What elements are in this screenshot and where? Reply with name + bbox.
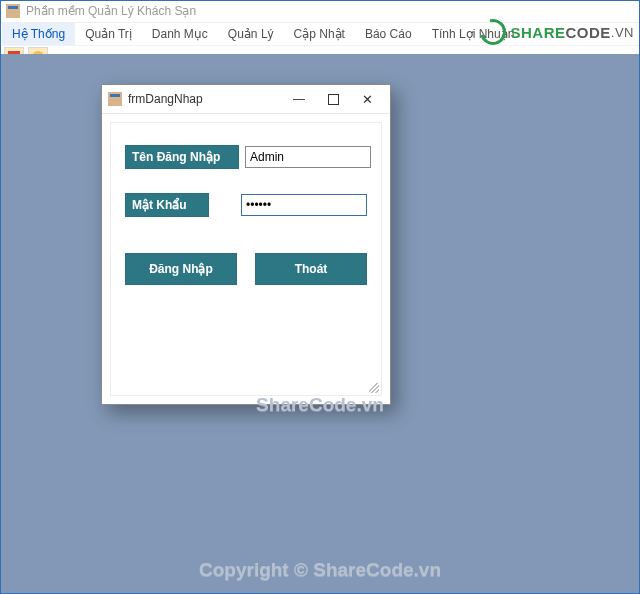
- logo-share: SHARE: [510, 24, 565, 41]
- form-icon: [108, 92, 122, 106]
- menu-quan-ly[interactable]: Quản Lý: [218, 23, 284, 45]
- maximize-icon: [328, 94, 339, 105]
- password-label: Mật Khẩu: [125, 193, 209, 217]
- sharecode-logo: SHARECODE.VN: [480, 20, 634, 44]
- logo-vn: .VN: [611, 25, 634, 40]
- login-dialog-title: frmDangNhap: [128, 92, 282, 106]
- minimize-button[interactable]: —: [282, 88, 316, 110]
- login-button[interactable]: Đăng Nhập: [125, 253, 237, 285]
- password-input[interactable]: [241, 194, 367, 216]
- close-icon: ✕: [362, 92, 373, 107]
- menu-he-thong[interactable]: Hệ Thống: [2, 23, 75, 45]
- minimize-icon: —: [293, 92, 305, 106]
- username-input[interactable]: [245, 146, 371, 168]
- menu-danh-muc[interactable]: Danh Mục: [142, 23, 218, 45]
- username-label: Tên Đăng Nhập: [125, 145, 239, 169]
- close-button[interactable]: ✕: [350, 88, 384, 110]
- watermark-center: ShareCode.vn: [1, 394, 639, 416]
- app-icon: [6, 4, 20, 18]
- login-dialog-titlebar[interactable]: frmDangNhap — ✕: [102, 85, 390, 114]
- resize-grip-icon[interactable]: [369, 383, 379, 393]
- mdi-client-area: frmDangNhap — ✕ Tên Đăng Nhập: [1, 54, 639, 593]
- login-dialog: frmDangNhap — ✕ Tên Đăng Nhập: [101, 84, 391, 405]
- maximize-button[interactable]: [316, 88, 350, 110]
- menu-bao-cao[interactable]: Báo Cáo: [355, 23, 422, 45]
- menu-cap-nhat[interactable]: Cập Nhật: [284, 23, 355, 45]
- exit-button[interactable]: Thoát: [255, 253, 367, 285]
- watermark-bottom: Copyright © ShareCode.vn: [1, 559, 639, 581]
- main-window-title: Phần mềm Quản Lý Khách Sạn: [26, 0, 196, 22]
- menu-quan-tri[interactable]: Quản Trị: [75, 23, 142, 45]
- logo-code: CODE: [565, 24, 610, 41]
